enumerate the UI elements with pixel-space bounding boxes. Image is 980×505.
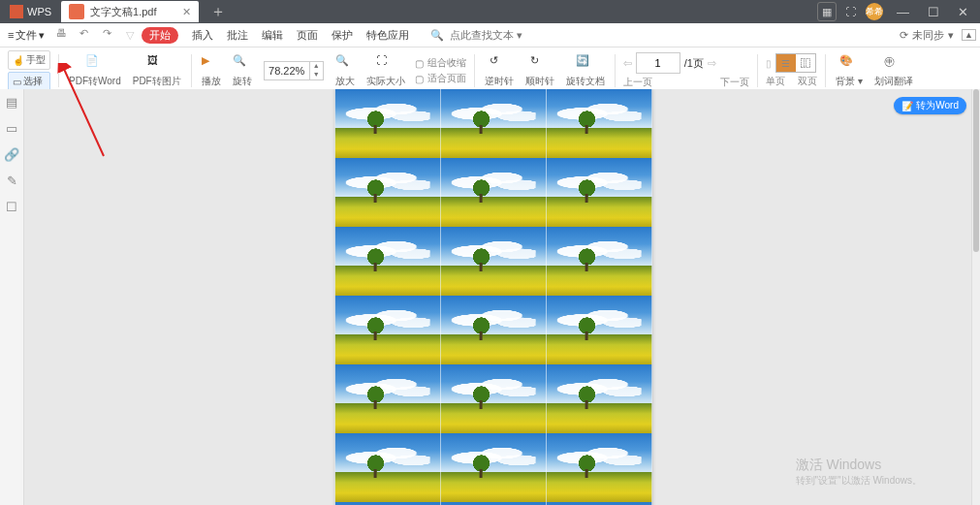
image-cell [335, 89, 441, 158]
prev-page-icon[interactable]: ⇦ [623, 57, 632, 70]
double-label: 双页 [798, 75, 817, 88]
sidebar-bookmarks-icon[interactable]: ▭ [6, 121, 17, 136]
close-button[interactable]: ✕ [950, 5, 976, 19]
image-cell [547, 89, 652, 158]
background-icon: 🎨 [839, 54, 859, 74]
convert-to-word-chip[interactable]: 📝 转为Word [894, 97, 966, 114]
sidebar-search-icon[interactable]: ☐ [6, 200, 17, 214]
layout-labels: 单页 双页 [766, 75, 818, 88]
grid-apps-icon[interactable]: ▦ [817, 2, 837, 21]
pdf-to-image-button[interactable]: 🖼 PDF转图片 [127, 49, 187, 92]
wps-logo-icon [10, 5, 23, 18]
layout-group: ▯ ☰ ⿲ 单页 双页 [762, 53, 822, 88]
document-tab-title: 文字文稿1.pdf [90, 5, 156, 19]
zoom-in-button[interactable]: 🔍 放大 [330, 49, 361, 92]
image-cell [547, 364, 652, 433]
zoom-input[interactable]: 78.22% [265, 62, 309, 79]
single-page-icon[interactable]: ▯ [766, 58, 772, 69]
image-cell [335, 296, 441, 364]
sidebar-thumbnails-icon[interactable]: ▤ [6, 95, 17, 110]
rotate-ccw-icon: ↺ [490, 54, 509, 74]
sidebar-attachments-icon[interactable]: 🔗 [4, 147, 19, 162]
toolbar-separator [757, 54, 758, 87]
page-number-input[interactable] [636, 52, 680, 74]
image-cell [335, 433, 441, 502]
undo-icon[interactable]: ↶ [79, 27, 95, 43]
windows-watermark: 激活 Windows 转到"设置"以激活 Windows。 [796, 457, 922, 488]
tab-edit[interactable]: 编辑 [262, 28, 283, 43]
maximize-button[interactable]: ☐ [920, 5, 947, 19]
fit-page-button[interactable]: ▢ 适合页面 [415, 72, 466, 85]
watermark-line1: 激活 Windows [796, 457, 922, 474]
select-tool-button[interactable]: ▭ 选择 [8, 72, 50, 91]
play-icon: ▶ [202, 54, 221, 74]
zoom-spin-down-icon[interactable]: ▼ [309, 71, 323, 79]
image-cell [547, 158, 652, 227]
image-cell [335, 158, 441, 227]
actual-size-button[interactable]: ⛶ 实际大小 [361, 49, 411, 92]
app-name: WPS [27, 6, 51, 17]
scrollbar-thumb[interactable] [973, 89, 979, 252]
app-root: WPS 文字文稿1.pdf ✕ ＋ ▦ ⛶ 希希 — ☐ ✕ ≡ 文件 ▾ 🖶 … [0, 0, 980, 505]
sync-label: 未同步 [912, 28, 944, 43]
page-total: /1页 [684, 56, 704, 71]
image-cell [441, 296, 547, 364]
menu-separator: ▽ [126, 29, 134, 42]
minimize-button[interactable]: — [889, 5, 917, 19]
toolbar-separator [474, 54, 475, 87]
image-cell [335, 227, 441, 296]
rotate-cw-button[interactable]: ↻ 顺时针 [520, 49, 560, 92]
zoom-box: 78.22% ▲ ▼ [264, 61, 324, 80]
search-input[interactable] [448, 28, 597, 42]
rotate-button[interactable]: 🔍 旋转 [227, 49, 258, 92]
convert-icon: 📝 [901, 101, 913, 111]
collapse-ribbon-icon[interactable]: ▲ [962, 29, 976, 41]
search-icon: 🔍 [430, 29, 444, 42]
print-icon[interactable]: 🖶 [56, 27, 72, 43]
single-label: 单页 [766, 75, 785, 88]
translate-button[interactable]: ㊥ 划词翻译 [869, 49, 919, 92]
next-page-icon[interactable]: ⇨ [708, 57, 716, 70]
toolbar: ☝ 手型 ▭ 选择 📄 PDF转Word 🖼 PDF转图片 ▶ 播放 🔍 旋转 … [0, 47, 980, 95]
notification-icon[interactable]: ⛶ [842, 3, 860, 20]
pdf-to-word-button[interactable]: 📄 PDF转Word [63, 49, 127, 92]
background-button[interactable]: 🎨 背景 ▾ [830, 49, 869, 92]
image-cell [441, 89, 547, 158]
rotate-doc-button[interactable]: 🔄 旋转文档 [560, 49, 611, 92]
vertical-scrollbar[interactable] [971, 89, 980, 505]
titlebar: WPS 文字文稿1.pdf ✕ ＋ ▦ ⛶ 希希 — ☐ ✕ [0, 0, 980, 23]
watermark-line2: 转到"设置"以激活 Windows。 [796, 474, 922, 488]
tab-insert[interactable]: 插入 [192, 28, 213, 43]
tab-start[interactable]: 开始 [142, 27, 178, 44]
file-menu[interactable]: ≡ 文件 ▾ [4, 28, 48, 43]
redo-icon[interactable]: ↷ [103, 27, 118, 43]
continuous-layout-button[interactable]: ☰ [776, 54, 796, 72]
sync-button[interactable]: ⟳ 未同步 ▾ [900, 28, 954, 43]
play-button[interactable]: ▶ 播放 [196, 49, 227, 92]
tab-features[interactable]: 特色应用 [366, 28, 409, 43]
left-sidebar: ▤ ▭ 🔗 ✎ ☐ [0, 89, 24, 505]
image-cell [441, 364, 547, 433]
menu-tabs: 插入 批注 编辑 页面 保护 特色应用 [192, 28, 409, 43]
zoom-spin-up-icon[interactable]: ▲ [309, 62, 323, 71]
document-canvas[interactable] [24, 89, 972, 505]
facing-layout-button[interactable]: ⿲ [796, 54, 815, 72]
document-tab[interactable]: 文字文稿1.pdf ✕ [61, 1, 198, 22]
hand-tool-button[interactable]: ☝ 手型 [8, 50, 50, 70]
sidebar-signatures-icon[interactable]: ✎ [7, 174, 17, 188]
actual-size-icon: ⛶ [376, 54, 395, 74]
rotate-ccw-button[interactable]: ↺ 逆时针 [479, 49, 520, 92]
zoom-in-icon: 🔍 [335, 54, 355, 74]
tab-page[interactable]: 页面 [297, 28, 318, 43]
translate-icon: ㊥ [884, 54, 903, 74]
tab-protect[interactable]: 保护 [332, 28, 353, 43]
tab-close-icon[interactable]: ✕ [182, 6, 191, 18]
toolbar-separator [615, 54, 616, 87]
tab-add-button[interactable]: ＋ [199, 2, 237, 22]
fit-combo-button[interactable]: ▢ 组合收缩 [415, 56, 466, 70]
menubar: ≡ 文件 ▾ 🖶 ↶ ↷ ▽ 开始 插入 批注 编辑 页面 保护 特色应用 🔍 … [0, 23, 980, 47]
zoom-spinners: ▲ ▼ [309, 62, 323, 79]
tab-comment[interactable]: 批注 [227, 28, 248, 43]
image-cell [441, 433, 547, 502]
avatar[interactable]: 希希 [866, 3, 883, 20]
